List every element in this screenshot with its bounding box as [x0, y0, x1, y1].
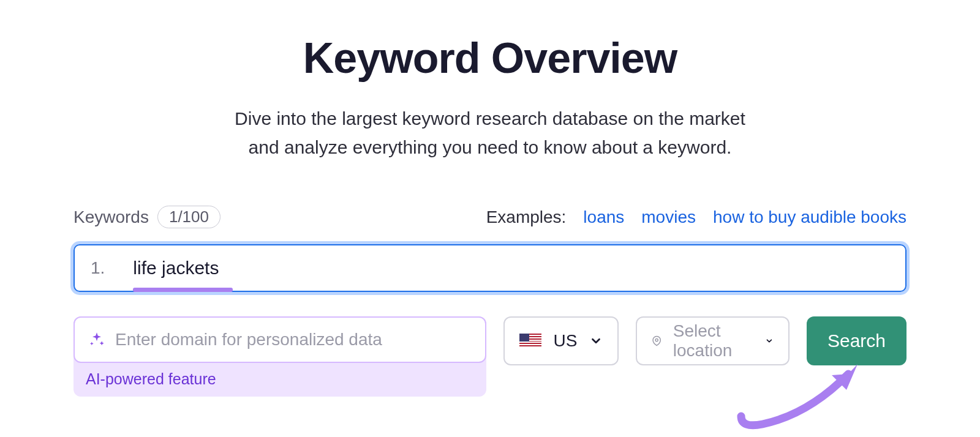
keyword-input-container[interactable]: 1.	[74, 244, 907, 292]
location-select[interactable]: Select location	[636, 316, 790, 365]
location-placeholder: Select location	[673, 321, 743, 360]
ai-powered-label: AI-powered feature	[74, 363, 486, 390]
page-subtitle: Dive into the largest keyword research d…	[74, 105, 907, 162]
chevron-down-icon	[765, 334, 774, 348]
keywords-label-wrap: Keywords 1/100	[74, 206, 221, 228]
domain-input[interactable]	[115, 330, 472, 349]
subtitle-line-2: and analyze everything you need to know …	[249, 137, 732, 157]
keyword-highlight-underline	[133, 288, 233, 292]
keyword-row-number: 1.	[91, 258, 105, 278]
examples-wrap: Examples: loans movies how to buy audibl…	[486, 207, 907, 227]
map-pin-icon	[652, 332, 662, 350]
examples-label: Examples:	[486, 207, 567, 227]
domain-input-wrap[interactable]	[74, 316, 486, 363]
keywords-count-badge: 1/100	[157, 206, 221, 228]
example-link-loans[interactable]: loans	[583, 207, 624, 227]
country-select[interactable]: US	[503, 316, 619, 365]
keywords-label: Keywords	[74, 207, 149, 227]
page-title: Keyword Overview	[74, 34, 907, 83]
keyword-input[interactable]	[133, 258, 807, 278]
flag-us-icon	[519, 334, 541, 348]
example-link-audible[interactable]: how to buy audible books	[713, 207, 907, 227]
sparkle-icon	[88, 331, 105, 348]
domain-ai-block: AI-powered feature	[74, 316, 486, 397]
svg-point-0	[656, 339, 658, 342]
chevron-down-icon	[589, 334, 603, 348]
example-link-movies[interactable]: movies	[641, 207, 696, 227]
country-code-label: US	[554, 331, 578, 351]
subtitle-line-1: Dive into the largest keyword research d…	[235, 108, 745, 129]
search-button[interactable]: Search	[807, 316, 907, 365]
